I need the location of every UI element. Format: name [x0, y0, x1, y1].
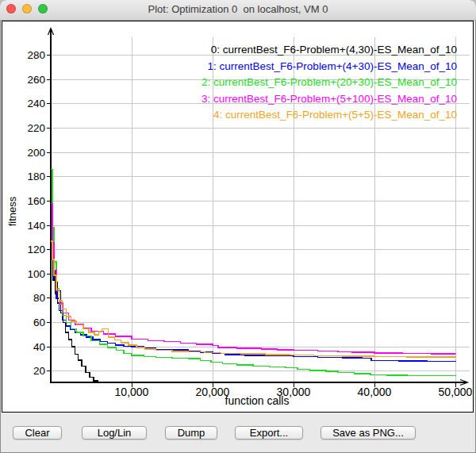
plot-window: Plot: Optimization 0 on localhost, VM 0 …: [0, 0, 476, 453]
x-tick-label: 40,000: [358, 386, 392, 398]
y-tick-label: 240: [27, 98, 45, 109]
series-line-1: [51, 227, 455, 363]
x-tick-label: 10,000: [115, 386, 149, 398]
x-tick-label: 50,000: [439, 386, 473, 398]
y-tick-label: 200: [27, 147, 45, 159]
y-tick-label: 60: [33, 317, 45, 328]
y-tick-label: 120: [27, 244, 45, 255]
y-tick-label: 20: [33, 365, 45, 377]
y-tick-label: 260: [27, 74, 45, 86]
legend-item-2: 2: currentBest_F6-Problem+(20+30)-ES_Mea…: [202, 75, 457, 91]
series-line-4: [51, 241, 455, 358]
titlebar[interactable]: Plot: Optimization 0 on localhost, VM 0: [0, 0, 476, 21]
legend-item-4: 4: currentBest_F6-Problem+(5+5)-ES_Mean_…: [202, 107, 457, 124]
export-button[interactable]: Export...: [235, 426, 303, 440]
log-lin-button[interactable]: Log/Lin: [82, 426, 147, 440]
window-title: Plot: Optimization 0 on localhost, VM 0: [0, 3, 476, 15]
y-tick-label: 220: [27, 122, 45, 134]
y-tick-label: 280: [27, 49, 45, 61]
legend-item-1: 1: currentBest_F6-Problem+(4+30)-ES_Mean…: [202, 59, 457, 75]
dump-button[interactable]: Dump: [165, 426, 217, 440]
legend-item-0: 0: currentBest_F6-Problem+(4,30)-ES_Mean…: [202, 42, 457, 59]
y-tick-label: 180: [27, 171, 45, 182]
x-axis-title: function calls: [178, 394, 336, 407]
y-axis-title: fitness: [6, 188, 18, 236]
y-tick-label: 40: [33, 341, 45, 353]
y-tick-label: 80: [33, 292, 45, 304]
save-as-png-button[interactable]: Save as PNG...: [321, 426, 416, 440]
clear-button[interactable]: Clear: [13, 426, 62, 440]
plot-panel: 2040608010012014016018020022024026028010…: [2, 21, 474, 413]
y-tick-label: 160: [27, 195, 45, 207]
series-line-2: [51, 170, 455, 376]
legend-item-3: 3: currentBest_F6-Problem+(5+100)-ES_Mea…: [202, 91, 457, 108]
y-tick-label: 100: [27, 268, 45, 280]
legend: 0: currentBest_F6-Problem+(4,30)-ES_Mean…: [202, 42, 457, 124]
series-line-3: [51, 204, 455, 355]
y-tick-label: 140: [27, 220, 45, 232]
